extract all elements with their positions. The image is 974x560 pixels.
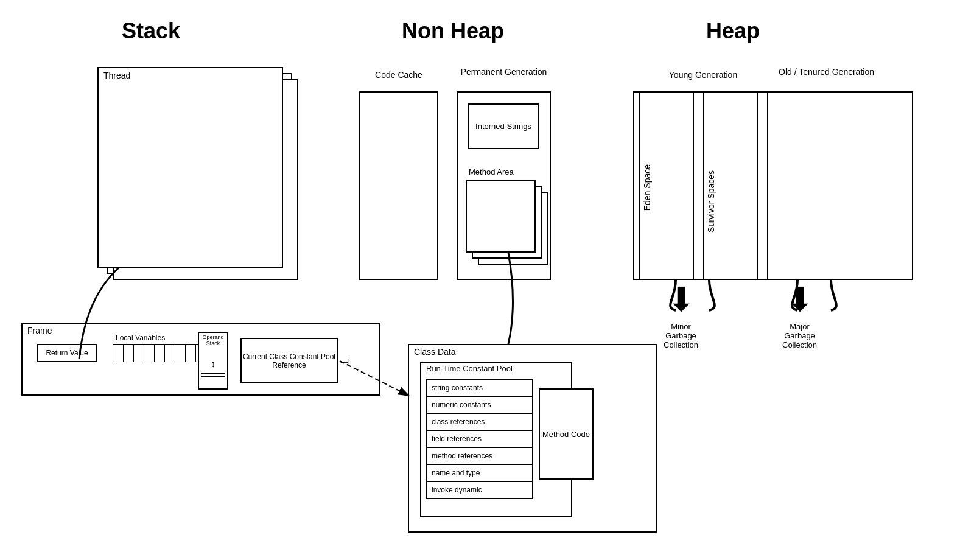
- code-cache-label: Code Cache: [359, 70, 438, 80]
- interned-strings-label: Interned Strings: [475, 122, 531, 131]
- cp-row-numeric: numeric constants: [426, 396, 533, 413]
- operand-stack-arrow: ↕: [199, 359, 227, 369]
- perm-gen-label: Permanent Generation: [460, 67, 548, 77]
- lv-cell-4: [144, 344, 155, 362]
- method-area-label: Method Area: [469, 167, 514, 177]
- young-gen-label: Young Generation: [642, 70, 764, 80]
- rtcp-label: Run-Time Constant Pool: [426, 364, 513, 373]
- return-value-label: Return Value: [46, 349, 88, 357]
- ccpr-arrow-symbol: ⊣: [340, 356, 349, 369]
- lv-cell-6: [164, 344, 175, 362]
- ccpr-box: Current Class Constant Pool Reference: [240, 338, 338, 383]
- cp-row-field: field references: [426, 430, 533, 447]
- lv-cell-7: [175, 344, 186, 362]
- heap-title: Heap: [706, 18, 760, 44]
- cp-rows-container: string constants numeric constants class…: [426, 379, 533, 499]
- cp-row-name: name and type: [426, 464, 533, 481]
- interned-strings-box: Interned Strings: [468, 103, 539, 149]
- major-gc-container: ⬇︎ MajorGarbageCollection: [782, 280, 817, 349]
- minor-gc-container: ⬇︎ MinorGarbageCollection: [664, 280, 698, 349]
- eden-label: Eden Space: [642, 164, 691, 211]
- lv-cell-8: [185, 344, 196, 362]
- lv-cell-3: [133, 344, 144, 362]
- os-hline1: [201, 373, 225, 374]
- operand-stack-box: Operand Stack ↕: [198, 332, 228, 390]
- code-cache-box: [359, 91, 438, 280]
- lv-cell-1: [113, 344, 124, 362]
- class-data-label: Class Data: [414, 347, 455, 357]
- thread-label: Thread: [103, 71, 130, 80]
- thread-box: Thread: [97, 67, 283, 268]
- minor-gc-u-right: [709, 280, 715, 310]
- local-variables-label: Local Variables: [116, 334, 165, 342]
- return-value-box: Return Value: [37, 344, 97, 362]
- ccpr-label: Current Class Constant Pool Reference: [242, 352, 337, 369]
- nonheap-title: Non Heap: [402, 18, 504, 44]
- local-variables-grid: [113, 344, 206, 362]
- operand-stack-label: Operand Stack: [199, 334, 227, 346]
- cp-row-invoke: invoke dynamic: [426, 481, 533, 499]
- major-gc-label: MajorGarbageCollection: [782, 322, 817, 349]
- frame-label: Frame: [27, 326, 52, 335]
- major-gc-arrow: ⬇︎: [782, 280, 817, 319]
- method-code-box: Method Code: [539, 388, 594, 480]
- operand-stack-lines: [199, 373, 227, 377]
- stack-title: Stack: [122, 18, 180, 44]
- minor-gc-label: MinorGarbageCollection: [664, 322, 698, 349]
- cp-row-string: string constants: [426, 379, 533, 396]
- minor-gc-arrow: ⬇︎: [664, 280, 698, 319]
- method-area-box: [466, 180, 536, 253]
- lv-cell-5: [154, 344, 165, 362]
- cp-row-method: method references: [426, 447, 533, 464]
- old-tenured-box: [767, 91, 913, 280]
- lv-cell-2: [123, 344, 134, 362]
- major-gc-u-right: [831, 280, 836, 310]
- method-code-label: Method Code: [542, 430, 590, 439]
- old-gen-label: Old / Tenured Generation: [773, 67, 880, 77]
- cp-row-class: class references: [426, 413, 533, 430]
- survivor-label: Survivor Spaces: [706, 170, 755, 233]
- os-hline2: [201, 376, 225, 377]
